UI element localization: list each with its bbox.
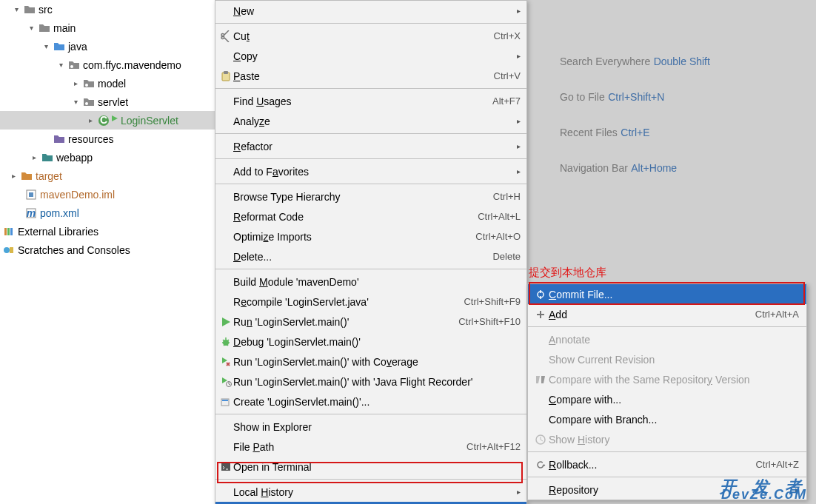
svg-text:m: m xyxy=(27,207,36,219)
hint-search-everywhere: Search Everywhere Double Shift xyxy=(560,52,816,71)
tree-item-servlet[interactable]: ▾ servlet xyxy=(0,93,215,111)
libraries-icon xyxy=(2,226,16,238)
svg-marker-17 xyxy=(222,317,230,326)
add-icon xyxy=(532,309,549,320)
tree-item-scratch[interactable]: Scratches and Consoles xyxy=(0,241,215,259)
menu-add-favorites[interactable]: Add to Favorites▸ xyxy=(215,161,526,181)
svg-point-2 xyxy=(85,102,88,105)
module-file-icon xyxy=(24,189,38,201)
menu-open-terminal[interactable]: Open in Terminal xyxy=(215,457,526,477)
svg-point-1 xyxy=(85,84,88,87)
hint-goto-file: Go to File Ctrl+Shift+N xyxy=(560,87,816,107)
svg-rect-11 xyxy=(7,228,10,235)
svg-marker-5 xyxy=(112,115,118,121)
tree-label: resources xyxy=(68,133,113,145)
tree-label: pom.xml xyxy=(40,207,79,219)
watermark-en: DevZe.CoM xyxy=(721,487,807,503)
terminal-icon xyxy=(218,461,233,473)
tree-item-java[interactable]: ▾ java xyxy=(0,37,215,56)
package-icon xyxy=(82,78,96,90)
menu-cut[interactable]: CutCtrl+X xyxy=(215,26,526,46)
profile-icon xyxy=(218,376,233,388)
tree-item-resources[interactable]: ▸ resources xyxy=(0,130,215,148)
menu-reformat[interactable]: Reformat CodeCtrl+Alt+L xyxy=(215,206,526,226)
tree-label: src xyxy=(39,4,53,16)
tree-label: servlet xyxy=(98,96,128,108)
menu-run[interactable]: Run 'LoginServlet.main()'Ctrl+Shift+F10 xyxy=(215,312,526,332)
chevron-down-icon: ▾ xyxy=(56,61,65,69)
tree-item-target[interactable]: ▸ target xyxy=(0,167,215,185)
svg-point-13 xyxy=(4,247,10,253)
tree-label: java xyxy=(68,41,87,53)
submenu-compare-with[interactable]: Compare with... xyxy=(528,389,806,409)
svg-marker-19 xyxy=(222,357,227,363)
submenu-compare-branch[interactable]: Compare with Branch... xyxy=(528,409,806,429)
context-menu: NNewew▸ CutCtrl+X Copy▸ PasteCtrl+V Find… xyxy=(215,0,527,504)
submenu-compare-same: Compare with the Same Repository Version xyxy=(528,369,806,389)
folder-icon xyxy=(38,22,51,34)
submenu-show-revision: Show Current Revision xyxy=(528,349,806,369)
chevron-right-icon: ▸ xyxy=(71,79,80,87)
menu-refactor[interactable]: Refactor▸ xyxy=(215,136,526,156)
submenu-add[interactable]: AddCtrl+Alt+A xyxy=(528,304,806,324)
tree-item-main[interactable]: ▾ main xyxy=(0,19,215,37)
tree-label: External Libraries xyxy=(18,226,98,238)
menu-browse-hierarchy[interactable]: Browse Type HierarchyCtrl+H xyxy=(215,187,526,206)
tree-label: Scratches and Consoles xyxy=(18,244,130,256)
chevron-right-icon: ▸ xyxy=(30,153,39,161)
menu-jfr[interactable]: Run 'LoginServlet.main()' with 'Java Fli… xyxy=(215,372,526,392)
svg-point-0 xyxy=(70,65,73,68)
menu-analyze[interactable]: Analyze▸ xyxy=(215,111,526,131)
coverage-icon xyxy=(218,356,233,368)
menu-recompile[interactable]: Recompile 'LoginServlet.java'Ctrl+Shift+… xyxy=(215,292,526,312)
package-icon xyxy=(82,96,96,108)
tree-item-iml[interactable]: mavenDemo.iml xyxy=(0,185,215,204)
svg-marker-26 xyxy=(541,376,545,383)
menu-optimize-imports[interactable]: Optimize ImportsCtrl+Alt+O xyxy=(215,226,526,246)
menu-delete[interactable]: Delete...Delete xyxy=(215,246,526,266)
history-icon xyxy=(532,434,549,446)
chevron-down-icon: ▾ xyxy=(41,42,50,50)
tree-item-pom[interactable]: m pom.xml xyxy=(0,204,215,222)
menu-paste[interactable]: PasteCtrl+V xyxy=(215,66,526,86)
menu-coverage[interactable]: Run 'LoginServlet.main()' with Coverage xyxy=(215,352,526,372)
chevron-right-icon: ▸ xyxy=(86,116,95,124)
maven-file-icon: m xyxy=(24,207,38,219)
menu-create-run[interactable]: Create 'LoginServlet.main()'... xyxy=(215,392,526,411)
run-indicator-icon xyxy=(111,115,118,127)
folder-icon xyxy=(53,133,66,145)
tree-label: target xyxy=(36,170,62,182)
chevron-down-icon: ▾ xyxy=(12,5,21,13)
tree-item-model[interactable]: ▸ model xyxy=(0,74,215,93)
tree-item-loginservlet[interactable]: ▸ C LoginServlet xyxy=(0,111,215,130)
hint-recent-files: Recent Files Ctrl+E xyxy=(560,123,816,142)
menu-build-module[interactable]: Build Module 'mavenDemo' xyxy=(215,272,526,292)
svg-rect-14 xyxy=(10,247,13,253)
menu-file-path[interactable]: File PathCtrl+Alt+F12 xyxy=(215,437,526,457)
menu-local-history[interactable]: Local History▸ xyxy=(215,482,526,502)
svg-rect-16 xyxy=(224,71,228,74)
submenu-rollback[interactable]: Rollback...Ctrl+Alt+Z xyxy=(528,454,806,474)
hint-nav-bar: Navigation Bar Alt+Home xyxy=(560,158,816,178)
tree-item-extlib[interactable]: External Libraries xyxy=(0,222,215,241)
tree-item-src[interactable]: ▾ src xyxy=(0,0,215,19)
svg-rect-12 xyxy=(10,228,13,235)
menu-find-usages[interactable]: Find UsagesAlt+F7 xyxy=(215,91,526,111)
submenu-commit[interactable]: Commit File... xyxy=(528,284,806,304)
menu-copy[interactable]: Copy▸ xyxy=(215,46,526,66)
svg-marker-25 xyxy=(536,376,540,383)
debug-icon xyxy=(218,336,233,348)
package-icon xyxy=(67,59,81,71)
paste-icon xyxy=(218,70,233,82)
tree-item-webapp[interactable]: ▸ webapp xyxy=(0,148,215,167)
rollback-icon xyxy=(532,459,549,471)
annotation-commit: 提交到本地仓库 xyxy=(529,266,606,280)
svg-text:C: C xyxy=(100,115,107,126)
menu-show-explorer[interactable]: Show in Explorer xyxy=(215,417,526,437)
menu-new[interactable]: NNewew▸ xyxy=(215,1,526,21)
menu-debug[interactable]: Debug 'LoginServlet.main()' xyxy=(215,332,526,352)
svg-rect-10 xyxy=(4,228,7,235)
tree-item-package[interactable]: ▾ com.ffyc.mavendemo xyxy=(0,56,215,74)
chevron-right-icon: ▸ xyxy=(9,172,18,180)
tree-label: model xyxy=(98,78,126,90)
